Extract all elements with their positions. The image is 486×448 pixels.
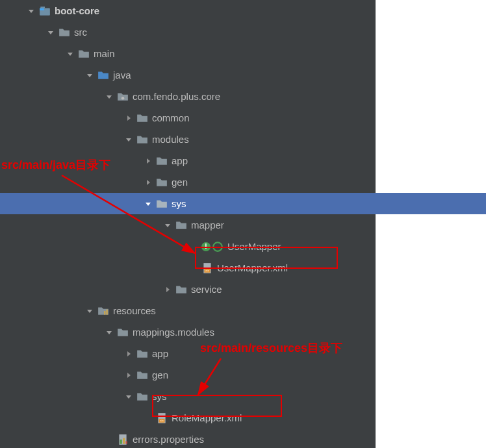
tree-node-service[interactable]: service	[0, 279, 486, 300]
tree-label: gen	[172, 177, 188, 187]
source-folder-icon	[97, 69, 109, 81]
tree-label: service	[191, 284, 222, 294]
annotation-resources-dir: src/main/resources目录下	[200, 340, 342, 356]
svg-text:<>: <>	[205, 268, 210, 272]
tree-label: mappings.modules	[133, 327, 214, 337]
package-icon	[136, 134, 148, 145]
highlight-box-rolemapper	[152, 395, 282, 417]
tree-node-src[interactable]: src	[0, 21, 486, 43]
chevron-down-icon[interactable]	[84, 70, 95, 81]
tree-label: src	[74, 27, 87, 37]
tree-label: common	[152, 113, 190, 123]
package-icon	[117, 91, 129, 103]
chevron-right-icon[interactable]	[162, 284, 173, 295]
folder-icon	[78, 48, 90, 60]
package-icon	[136, 112, 148, 124]
tree-label: com.fendo.plus.core	[133, 92, 220, 101]
chevron-down-icon[interactable]	[65, 49, 75, 59]
svg-rect-9	[107, 309, 108, 314]
annotation-java-dir: src/main/java目录下	[1, 157, 110, 173]
module-icon	[39, 5, 51, 17]
tree-label: app	[172, 156, 188, 166]
chevron-down-icon[interactable]	[123, 392, 134, 402]
folder-icon	[136, 391, 148, 403]
chevron-right-icon[interactable]	[123, 113, 134, 123]
tree-node-sys[interactable]: sys	[0, 193, 486, 214]
tree-node-gen[interactable]: gen	[0, 171, 486, 193]
package-icon	[156, 155, 168, 167]
tree-node-resources[interactable]: resources	[0, 300, 486, 321]
chevron-right-icon[interactable]	[123, 370, 134, 380]
tree-node-java[interactable]: java	[0, 64, 486, 86]
chevron-down-icon[interactable]	[162, 220, 173, 230]
svg-rect-14	[120, 440, 122, 444]
tree-label: java	[113, 70, 131, 80]
folder-icon	[117, 327, 129, 338]
tree-label: gen	[152, 370, 168, 380]
svg-rect-1	[40, 8, 44, 10]
chevron-down-icon[interactable]	[123, 134, 134, 145]
folder-icon	[136, 348, 148, 360]
package-icon	[175, 284, 187, 295]
folder-icon	[136, 369, 148, 381]
chevron-right-icon[interactable]	[143, 177, 153, 188]
chevron-down-icon[interactable]	[45, 27, 56, 38]
chevron-down-icon[interactable]	[26, 6, 36, 16]
package-icon	[156, 198, 168, 210]
chevron-down-icon[interactable]	[104, 327, 114, 338]
package-icon	[175, 219, 187, 231]
tree-node-main[interactable]: main	[0, 43, 486, 64]
chevron-right-icon[interactable]	[123, 349, 134, 359]
svg-rect-16	[126, 441, 127, 444]
project-tree: boot-core src main java com.fendo.plus.c…	[0, 0, 486, 448]
tree-label: boot-core	[55, 6, 99, 16]
package-icon	[156, 177, 168, 188]
tree-label: errors.properties	[133, 434, 204, 444]
svg-rect-2	[40, 6, 45, 8]
tree-node-boot-core[interactable]: boot-core	[0, 0, 486, 21]
tree-label: mapper	[191, 220, 224, 230]
tree-label: app	[152, 349, 168, 358]
chevron-right-icon[interactable]	[143, 156, 153, 166]
folder-icon	[58, 27, 70, 38]
svg-rect-8	[104, 311, 105, 315]
svg-text:<>: <>	[160, 418, 164, 422]
tree-label: sys	[172, 199, 186, 208]
chevron-down-icon[interactable]	[84, 306, 95, 316]
tree-node-errors-properties[interactable]: errors.properties	[0, 429, 486, 448]
svg-point-3	[122, 97, 125, 100]
tree-node-package[interactable]: com.fendo.plus.core	[0, 86, 486, 107]
properties-file-icon	[117, 434, 129, 445]
resources-folder-icon	[97, 305, 109, 317]
tree-label: resources	[113, 306, 156, 316]
tree-label: modules	[152, 134, 189, 144]
chevron-down-icon[interactable]	[143, 199, 153, 209]
tree-node-modules[interactable]: modules	[0, 129, 486, 150]
highlight-box-usermapper	[195, 247, 338, 269]
svg-rect-15	[123, 438, 125, 443]
tree-label: main	[94, 49, 115, 58]
tree-node-mapper[interactable]: mapper	[0, 214, 486, 236]
tree-node-common[interactable]: common	[0, 107, 486, 129]
tree-node-resources-gen[interactable]: gen	[0, 364, 486, 386]
chevron-down-icon[interactable]	[104, 92, 114, 102]
spacer	[104, 434, 114, 445]
